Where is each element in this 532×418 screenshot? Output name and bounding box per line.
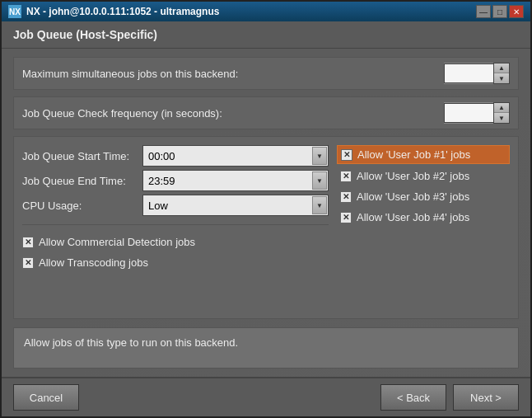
minimize-button[interactable]: — [476,5,491,18]
allow-commercial-row: Allow Commercial Detection jobs [22,233,329,251]
titlebar-left: NX NX - john@10.0.0.111:1052 - ultramagn… [8,5,219,18]
next-button[interactable]: Next > [453,384,519,411]
max-jobs-spinner: ▲ ▼ [493,63,510,84]
start-time-combo-wrapper: 00:00 ▼ [142,145,329,167]
dialog-header: Job Queue (Host-Specific) [2,21,530,49]
end-time-row: Job Queue End Time: 23:59 ▼ [22,170,329,191]
max-jobs-down-button[interactable]: ▼ [494,73,509,83]
back-button[interactable]: < Back [380,384,446,411]
max-jobs-up-button[interactable]: ▲ [494,63,509,73]
check-freq-row: Job Queue Check frequency (in seconds): … [13,96,519,129]
start-time-row: Job Queue Start Time: 00:00 ▼ [22,145,329,167]
titlebar-controls: — □ ✕ [476,5,524,18]
allow-commercial-label: Allow Commercial Detection jobs [39,236,195,248]
dialog-body: Maximum simultaneous jobs on this backen… [2,49,530,377]
cancel-button[interactable]: Cancel [13,384,79,411]
nx-icon: NX [8,5,21,18]
footer-right: < Back Next > [380,384,519,411]
user-job-4-checkbox[interactable] [340,212,352,223]
user-job-2-label: Allow 'User Job #2' jobs [357,170,469,182]
info-text: Allow jobs of this type to run on this b… [24,336,238,349]
user-job-1-row: Allow 'User Job #1' jobs [337,145,510,164]
window-title: NX - john@10.0.0.111:1052 - ultramagnus [26,6,219,17]
end-time-select[interactable]: 23:59 [142,170,329,191]
user-job-1-checkbox[interactable] [341,149,352,161]
user-job-3-row: Allow 'User Job #3' jobs [337,188,510,205]
allow-transcoding-label: Allow Transcoding jobs [39,256,148,269]
right-column: Allow 'User Job #1' jobs Allow 'User Job… [337,145,510,271]
check-freq-input[interactable]: 60 [444,103,493,123]
user-job-2-row: Allow 'User Job #2' jobs [337,167,510,185]
cpu-usage-row: CPU Usage: Low Medium High ▼ [22,195,329,216]
cpu-usage-select[interactable]: Low Medium High [142,195,329,216]
footer: Cancel < Back Next > [2,377,530,416]
user-job-4-row: Allow 'User Job #4' jobs [337,209,510,226]
user-job-4-label: Allow 'User Job #4' jobs [357,211,469,223]
max-jobs-label: Maximum simultaneous jobs on this backen… [22,68,444,80]
main-window: NX NX - john@10.0.0.111:1052 - ultramagn… [0,0,532,418]
start-time-label: Job Queue Start Time: [22,150,138,162]
titlebar: NX NX - john@10.0.0.111:1052 - ultramagn… [2,2,530,21]
max-jobs-spinbox: 1 ▲ ▼ [444,63,510,84]
close-button[interactable]: ✕ [509,5,524,18]
user-job-1-label: Allow 'User Job #1' jobs [357,148,470,161]
end-time-label: Job Queue End Time: [22,175,138,187]
check-freq-down-button[interactable]: ▼ [494,113,509,123]
max-jobs-row: Maximum simultaneous jobs on this backen… [13,57,519,90]
info-area: Allow jobs of this type to run on this b… [13,327,519,369]
allow-commercial-checkbox[interactable] [22,237,34,248]
maximize-button[interactable]: □ [492,5,507,18]
check-freq-label: Job Queue Check frequency (in seconds): [22,107,444,120]
dialog-content: Job Queue (Host-Specific) Maximum simult… [2,21,530,416]
allow-transcoding-row: Allow Transcoding jobs [22,254,329,271]
cpu-usage-label: CPU Usage: [22,200,138,212]
form-grid: Job Queue Start Time: 00:00 ▼ Job Queue … [22,145,510,271]
user-job-2-checkbox[interactable] [340,171,352,182]
cpu-usage-combo-wrapper: Low Medium High ▼ [142,195,329,216]
start-time-select[interactable]: 00:00 [142,145,329,167]
end-time-combo-wrapper: 23:59 ▼ [142,170,329,191]
check-freq-spinner: ▲ ▼ [493,102,510,124]
check-freq-up-button[interactable]: ▲ [494,103,509,113]
allow-transcoding-checkbox[interactable] [22,257,34,269]
user-job-3-label: Allow 'User Job #3' jobs [357,190,469,203]
left-column: Job Queue Start Time: 00:00 ▼ Job Queue … [22,145,329,271]
check-freq-spinbox: 60 ▲ ▼ [444,102,510,124]
user-job-3-checkbox[interactable] [340,191,352,203]
max-jobs-input[interactable]: 1 [444,63,493,83]
